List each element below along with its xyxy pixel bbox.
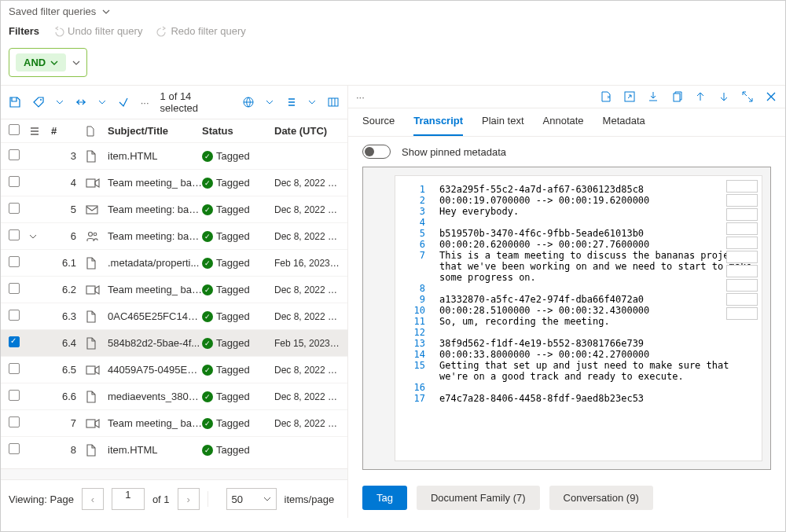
row-checkbox[interactable]: [9, 256, 20, 267]
expand-icon[interactable]: [29, 233, 51, 240]
row-subject: Team meeting_ ban...: [108, 177, 202, 189]
document-viewer: 1632a295f-55c2-4a7d-af67-6306123d85c8200…: [362, 167, 771, 470]
tab-annotate[interactable]: Annotate: [543, 115, 584, 136]
saved-queries-dropdown[interactable]: Saved filter queries: [1, 1, 785, 22]
document-family-button[interactable]: Document Family (7): [417, 486, 540, 510]
doc-icon: [86, 257, 108, 270]
selection-count: 1 of 14 selected: [160, 90, 232, 114]
prev-page-button[interactable]: ‹: [82, 488, 104, 510]
table-row[interactable]: 6.6 mediaevents_3802-... ✓Tagged Dec 8, …: [1, 383, 347, 409]
status-badge: ✓Tagged: [202, 150, 274, 162]
table-row[interactable]: 6.3 0AC465E25FC146E... ✓Tagged Dec 8, 20…: [1, 303, 347, 329]
row-checkbox[interactable]: [9, 229, 20, 240]
filter-logic-pill[interactable]: AND: [9, 48, 87, 77]
list-icon[interactable]: [285, 96, 297, 108]
redo-filter-button[interactable]: Redo filter query: [156, 25, 245, 37]
col-index[interactable]: #: [51, 125, 86, 137]
row-checkbox[interactable]: [9, 310, 20, 321]
row-checkbox[interactable]: [9, 283, 20, 294]
download-icon[interactable]: [647, 90, 659, 103]
row-index: 6.4: [51, 337, 86, 349]
expand-icon[interactable]: [75, 96, 87, 108]
arrow-down-icon[interactable]: [718, 90, 730, 103]
group-icon[interactable]: [29, 126, 51, 137]
row-checkbox[interactable]: [9, 203, 20, 214]
undo-filter-button[interactable]: Undo filter query: [53, 25, 142, 37]
table-row[interactable]: 6.2 Team meeting_ ban... ✓Tagged Dec 8, …: [1, 276, 347, 303]
row-checkbox[interactable]: [9, 149, 20, 160]
row-checkbox[interactable]: [9, 336, 20, 347]
transcript-line: 1632a295f-55c2-4a7d-af67-6306123d85c8: [403, 184, 754, 195]
table-row[interactable]: 6.4 584b82d2-5bae-4f... ✓Tagged Feb 15, …: [1, 329, 347, 356]
tab-metadata[interactable]: Metadata: [603, 115, 645, 136]
row-date: Dec 8, 2022 12:59:2...: [274, 284, 340, 295]
row-subject: 44059A75-0495E62...: [108, 364, 202, 376]
col-subject[interactable]: Subject/Title: [108, 125, 202, 137]
conversation-button[interactable]: Conversation (9): [549, 486, 653, 510]
page-thumbnails[interactable]: [726, 180, 758, 320]
maximize-icon[interactable]: [741, 90, 754, 103]
more-actions-icon[interactable]: ···: [356, 91, 365, 103]
pinned-metadata-label: Show pinned metadata: [402, 146, 506, 158]
col-status[interactable]: Status: [202, 125, 274, 137]
col-date[interactable]: Date (UTC): [274, 125, 340, 137]
table-row[interactable]: 3 item.HTML ✓Tagged: [1, 142, 347, 169]
row-checkbox[interactable]: [9, 416, 20, 427]
page-of-label: of 1: [152, 493, 170, 505]
chevron-down-icon[interactable]: [266, 98, 274, 106]
table-row[interactable]: 4 Team meeting_ ban... ✓Tagged Dec 8, 20…: [1, 169, 347, 196]
row-date: Feb 16, 2023 3:49:5...: [274, 258, 340, 269]
tab-plain[interactable]: Plain text: [482, 115, 523, 136]
tag-button[interactable]: Tag: [362, 486, 407, 510]
copy-icon[interactable]: [670, 90, 683, 103]
chevron-down-icon[interactable]: [308, 98, 316, 106]
row-subject: Team meeting_ ban...: [108, 284, 202, 295]
table-row[interactable]: 6 Team meeting: ban... ✓Tagged Dec 8, 20…: [1, 222, 347, 249]
row-checkbox[interactable]: [9, 443, 20, 454]
add-condition-chevron[interactable]: [72, 59, 80, 67]
more-actions-icon[interactable]: ···: [141, 97, 149, 108]
row-subject: Team meeting_ ban...: [108, 417, 202, 429]
row-index: 6.1: [51, 257, 86, 269]
chevron-down-icon[interactable]: [98, 98, 106, 106]
status-badge: ✓Tagged: [202, 230, 274, 242]
transcript-line: 4: [403, 217, 754, 228]
transcript-line: 1338f9d562-f1df-4e19-b552-83081766e739: [403, 338, 754, 349]
grid-header: # Subject/Title Status Date (UTC): [1, 119, 347, 142]
transcript-line: 16: [403, 382, 754, 393]
horizontal-scrollbar[interactable]: [1, 468, 347, 479]
export-icon[interactable]: [600, 90, 612, 103]
next-page-button[interactable]: ›: [178, 488, 200, 510]
viewing-label: Viewing: Page: [9, 493, 74, 505]
save-icon[interactable]: [9, 96, 21, 108]
doc-icon: [86, 337, 108, 350]
tag-icon[interactable]: [32, 96, 45, 108]
chevron-down-icon[interactable]: [56, 98, 64, 106]
clear-icon[interactable]: [117, 96, 130, 108]
open-new-icon[interactable]: [623, 90, 636, 103]
arrow-up-icon[interactable]: [694, 90, 707, 103]
table-row[interactable]: 5 Team meeting: ban... ✓Tagged Dec 8, 20…: [1, 196, 347, 222]
close-icon[interactable]: [765, 90, 777, 103]
globe-icon[interactable]: [242, 96, 255, 108]
select-all-checkbox[interactable]: [9, 124, 20, 135]
table-row[interactable]: 6.5 44059A75-0495E62... ✓Tagged Dec 8, 2…: [1, 356, 347, 383]
table-row[interactable]: 7 Team meeting_ ban... ✓Tagged Dec 8, 20…: [1, 409, 347, 436]
row-checkbox[interactable]: [9, 176, 20, 187]
row-index: 7: [51, 417, 86, 429]
row-checkbox[interactable]: [9, 390, 20, 401]
table-row[interactable]: 8 item.HTML ✓Tagged: [1, 436, 347, 463]
row-checkbox[interactable]: [9, 363, 20, 374]
columns-icon[interactable]: [327, 96, 340, 108]
col-type-icon[interactable]: [86, 126, 108, 137]
pinned-metadata-toggle[interactable]: [362, 145, 391, 159]
transcript-line: 5b519570b-3470-4f6c-9fbb-5eade61013b0: [403, 228, 754, 239]
row-index: 6.6: [51, 391, 86, 402]
transcript-line: 9a1332870-a5fc-47e2-974f-dba66f4072a0: [403, 294, 754, 305]
tab-source[interactable]: Source: [362, 115, 395, 136]
page-input[interactable]: 1: [112, 488, 145, 510]
page-size-select[interactable]: 50: [226, 488, 277, 510]
table-row[interactable]: 6.1 .metadata/properti... ✓Tagged Feb 16…: [1, 249, 347, 276]
tab-transcript[interactable]: Transcript: [413, 115, 463, 136]
svg-rect-3: [86, 179, 95, 187]
